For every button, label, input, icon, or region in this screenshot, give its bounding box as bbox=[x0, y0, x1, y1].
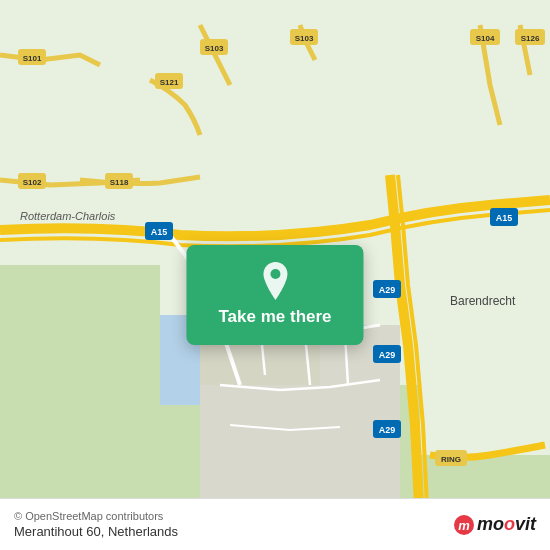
svg-point-43 bbox=[270, 269, 280, 279]
footer-bar: © OpenStreetMap contributors Merantihout… bbox=[0, 498, 550, 550]
svg-text:RING: RING bbox=[441, 455, 461, 464]
location-pin-icon bbox=[257, 263, 293, 299]
svg-text:A15: A15 bbox=[496, 213, 513, 223]
svg-text:S103: S103 bbox=[295, 34, 314, 43]
svg-text:S126: S126 bbox=[521, 34, 540, 43]
svg-text:m: m bbox=[458, 518, 470, 533]
svg-text:A29: A29 bbox=[379, 285, 396, 295]
svg-text:A29: A29 bbox=[379, 425, 396, 435]
cta-button[interactable]: Take me there bbox=[186, 245, 363, 345]
svg-text:S118: S118 bbox=[110, 178, 129, 187]
svg-text:Barendrecht: Barendrecht bbox=[450, 294, 516, 308]
moovit-logo: m moovit bbox=[453, 514, 536, 536]
svg-text:A15: A15 bbox=[151, 227, 168, 237]
svg-text:S121: S121 bbox=[160, 78, 179, 87]
svg-text:S102: S102 bbox=[23, 178, 42, 187]
svg-text:S103: S103 bbox=[205, 44, 224, 53]
copyright-text: © OpenStreetMap contributors bbox=[14, 510, 178, 522]
address-text: Merantihout 60, Netherlands bbox=[14, 524, 178, 539]
svg-text:S104: S104 bbox=[476, 34, 495, 43]
moovit-text: moovit bbox=[477, 514, 536, 535]
cta-label: Take me there bbox=[218, 307, 331, 327]
moovit-m-icon: m bbox=[453, 514, 475, 536]
svg-text:Rotterdam-Charlois: Rotterdam-Charlois bbox=[20, 210, 116, 222]
cta-card[interactable]: Take me there bbox=[186, 245, 363, 345]
svg-text:S101: S101 bbox=[23, 54, 42, 63]
map-container: A15 A29 A29 A29 A15 S101 S102 S103 S103 … bbox=[0, 0, 550, 550]
svg-text:A29: A29 bbox=[379, 350, 396, 360]
